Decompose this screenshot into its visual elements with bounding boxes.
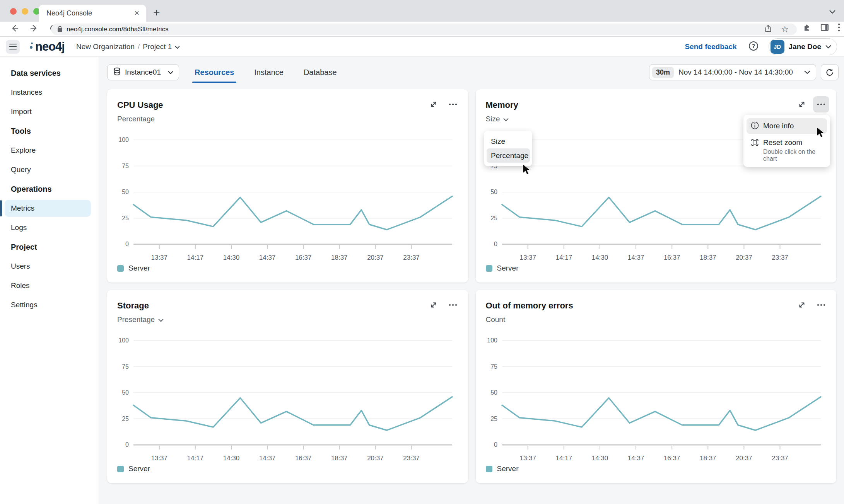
sidebar-item-logs[interactable]: Logs bbox=[0, 218, 99, 237]
svg-text:50: 50 bbox=[122, 389, 129, 396]
svg-text:20:37: 20:37 bbox=[367, 455, 384, 462]
breadcrumb-organization[interactable]: New Organization bbox=[76, 43, 135, 51]
side-panel-icon[interactable] bbox=[820, 23, 829, 34]
unit-chevron-down-icon bbox=[503, 115, 509, 123]
breadcrumb-project[interactable]: Project 1 bbox=[143, 43, 172, 51]
svg-text:?: ? bbox=[752, 43, 755, 49]
extensions-puzzle-icon[interactable] bbox=[802, 23, 812, 34]
sidebar-item-import[interactable]: Import bbox=[0, 102, 99, 121]
unit-chevron-down-icon bbox=[158, 315, 164, 324]
browser-tab[interactable]: Neo4j Console × bbox=[39, 5, 146, 22]
chart-legend: Server bbox=[117, 264, 150, 272]
svg-text:23:37: 23:37 bbox=[403, 254, 420, 261]
svg-text:25: 25 bbox=[490, 215, 497, 221]
user-menu[interactable]: JD Jane Doe bbox=[769, 38, 837, 55]
tab-resources[interactable]: Resources bbox=[195, 60, 234, 85]
unit-option-percentage[interactable]: Percentage bbox=[487, 148, 530, 163]
svg-text:16:37: 16:37 bbox=[295, 254, 312, 261]
instance-selector-value: Instance01 bbox=[125, 68, 164, 77]
more-options-icon[interactable] bbox=[813, 96, 829, 112]
sidebar-item-instances[interactable]: Instances bbox=[0, 83, 99, 102]
lock-icon bbox=[57, 26, 63, 34]
sidebar-section-project: Project bbox=[0, 237, 99, 257]
sidebar-section-data-services: Data services bbox=[0, 63, 99, 83]
svg-text:20:37: 20:37 bbox=[736, 254, 752, 261]
sidebar-item-metrics[interactable]: Metrics bbox=[0, 199, 99, 218]
svg-text:16:37: 16:37 bbox=[295, 455, 312, 462]
legend-label: Server bbox=[128, 264, 150, 272]
tab-close-icon[interactable]: × bbox=[133, 8, 141, 18]
svg-text:25: 25 bbox=[122, 215, 129, 221]
storage-chart[interactable]: 025507510013:3714:1714:3014:3716:3718:37… bbox=[113, 336, 455, 463]
chart-legend: Server bbox=[117, 465, 150, 473]
legend-label: Server bbox=[128, 465, 150, 473]
svg-text:50: 50 bbox=[490, 389, 497, 396]
expand-icon[interactable] bbox=[794, 297, 810, 313]
more-options-icon[interactable] bbox=[445, 297, 461, 313]
url-field[interactable]: neo4j.console.com/8dhaSfl/metrics ☆ bbox=[51, 24, 797, 35]
tab-overflow-chevron-icon[interactable] bbox=[829, 9, 835, 15]
browser-urlbar: neo4j.console.com/8dhaSfl/metrics ☆ bbox=[0, 22, 844, 37]
out-of-memory-chart[interactable]: 025507510013:3714:1714:3014:3716:3718:37… bbox=[482, 336, 824, 463]
tab-database[interactable]: Database bbox=[304, 60, 337, 85]
instance-selector[interactable]: Instance01 bbox=[107, 64, 179, 80]
minimize-window-button[interactable] bbox=[22, 8, 28, 15]
send-feedback-link[interactable]: Send feedback bbox=[685, 43, 736, 51]
svg-text:18:37: 18:37 bbox=[700, 254, 716, 261]
svg-text:0: 0 bbox=[494, 441, 497, 448]
tab-instance[interactable]: Instance bbox=[254, 60, 284, 85]
time-range-badge: 30m bbox=[652, 67, 674, 78]
svg-text:23:37: 23:37 bbox=[772, 254, 788, 261]
svg-text:25: 25 bbox=[490, 415, 497, 422]
legend-swatch bbox=[117, 466, 124, 472]
svg-text:13:37: 13:37 bbox=[151, 254, 167, 261]
sidebar-item-users[interactable]: Users bbox=[0, 257, 99, 276]
breadcrumb-chevron-down-icon[interactable] bbox=[175, 43, 180, 51]
bookmark-star-icon[interactable]: ☆ bbox=[781, 26, 789, 33]
svg-text:100: 100 bbox=[118, 136, 129, 143]
chart-unit-selector[interactable]: Size bbox=[486, 115, 509, 123]
chart-unit-selector[interactable]: Presentage bbox=[117, 315, 164, 324]
svg-text:14:37: 14:37 bbox=[259, 254, 276, 261]
sidebar-item-roles[interactable]: Roles bbox=[0, 276, 99, 295]
browser-menu-dots-icon[interactable] bbox=[838, 23, 840, 34]
svg-text:25: 25 bbox=[122, 415, 129, 422]
svg-text:50: 50 bbox=[490, 189, 497, 195]
sidebar: Data services Instances Import Tools Exp… bbox=[0, 57, 99, 504]
expand-icon[interactable] bbox=[425, 96, 442, 112]
share-icon[interactable] bbox=[764, 24, 772, 34]
more-options-icon[interactable] bbox=[445, 96, 461, 112]
hamburger-menu-button[interactable] bbox=[6, 40, 20, 54]
unit-dropdown-menu: Size Percentage bbox=[484, 131, 532, 166]
window-controls bbox=[10, 8, 40, 15]
close-window-button[interactable] bbox=[10, 8, 17, 15]
sidebar-item-settings[interactable]: Settings bbox=[0, 295, 99, 315]
card-out-of-memory-errors: Out of memory errors Count 025507510013:… bbox=[476, 290, 837, 483]
svg-text:14:30: 14:30 bbox=[591, 254, 608, 261]
expand-icon[interactable] bbox=[794, 96, 810, 112]
svg-text:18:37: 18:37 bbox=[700, 455, 716, 462]
new-tab-button[interactable]: + bbox=[153, 6, 160, 19]
time-range-selector[interactable]: 30m Nov 14 14:00:00 - Nov 14 14:30:00 bbox=[649, 64, 816, 80]
expand-icon[interactable] bbox=[425, 297, 442, 313]
sidebar-item-query[interactable]: Query bbox=[0, 160, 99, 179]
time-range-label: Nov 14 14:00:00 - Nov 14 14:30:00 bbox=[678, 68, 800, 77]
unit-option-size[interactable]: Size bbox=[487, 134, 530, 148]
menu-item-more-info[interactable]: More info bbox=[747, 118, 827, 134]
legend-label: Server bbox=[497, 465, 519, 473]
refresh-button[interactable] bbox=[821, 64, 839, 80]
breadcrumb: New Organization / Project 1 bbox=[76, 43, 180, 51]
svg-text:16:37: 16:37 bbox=[663, 254, 680, 261]
svg-text:14:17: 14:17 bbox=[187, 455, 204, 462]
more-options-icon[interactable] bbox=[813, 297, 829, 313]
sidebar-item-explore[interactable]: Explore bbox=[0, 141, 99, 160]
instance-chevron-down-icon bbox=[168, 69, 173, 76]
forward-icon[interactable] bbox=[29, 24, 39, 34]
svg-text:75: 75 bbox=[122, 163, 129, 169]
back-icon[interactable] bbox=[10, 24, 19, 34]
breadcrumb-separator: / bbox=[138, 43, 140, 51]
help-icon[interactable]: ? bbox=[748, 41, 759, 53]
card-title: Memory bbox=[486, 100, 518, 110]
menu-item-reset-zoom[interactable]: Reset zoom Double click on the chart bbox=[747, 137, 827, 162]
cpu-usage-chart[interactable]: 025507510013:3714:1714:3014:3716:3718:37… bbox=[113, 135, 455, 263]
